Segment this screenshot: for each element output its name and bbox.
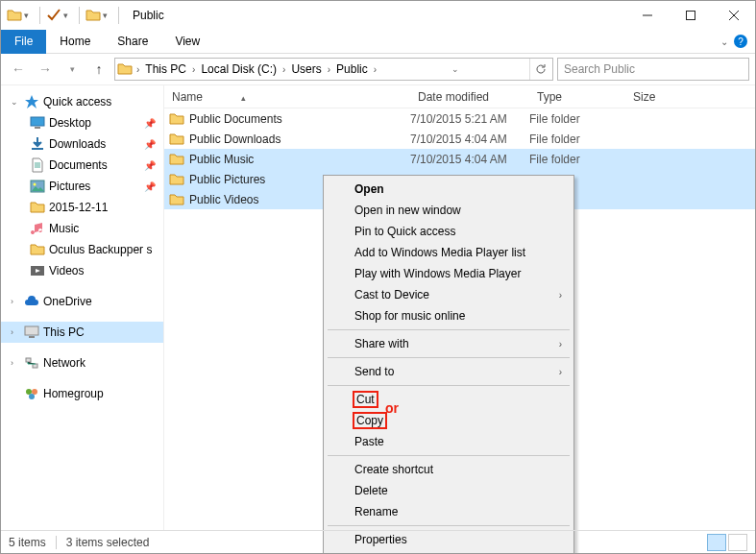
ctx-shop-music[interactable]: Shop for music online <box>326 305 572 326</box>
quick-access-toolbar: ▾ ▾ ▾ <box>7 7 123 24</box>
chevron-right-icon[interactable]: › <box>133 64 143 75</box>
share-tab[interactable]: Share <box>104 30 161 54</box>
chevron-down-icon[interactable]: ⌄ <box>11 97 20 107</box>
svg-rect-2 <box>35 127 40 129</box>
breadcrumb[interactable]: This PC <box>143 62 188 76</box>
folder-icon <box>30 243 45 256</box>
sidebar-item-videos[interactable]: Videos <box>1 260 163 281</box>
chevron-right-icon: › <box>559 339 562 349</box>
ctx-cut[interactable]: Cut <box>326 389 572 410</box>
context-menu: Open Open in new window Pin to Quick acc… <box>323 175 574 554</box>
file-row[interactable]: Public Downloads7/10/2015 4:04 AMFile fo… <box>164 129 755 149</box>
column-date[interactable]: Date modified <box>410 90 529 104</box>
chevron-right-icon[interactable]: › <box>11 358 20 368</box>
ctx-share-with[interactable]: Share with› <box>326 333 572 354</box>
ctx-rename[interactable]: Rename <box>326 501 572 522</box>
ctx-paste[interactable]: Paste <box>326 431 572 452</box>
pin-icon: 📌 <box>144 160 156 171</box>
video-icon <box>30 263 45 278</box>
chevron-right-icon[interactable]: › <box>11 327 20 337</box>
column-type[interactable]: Type <box>529 90 625 104</box>
svg-rect-8 <box>26 358 31 362</box>
onedrive-node[interactable]: ›OneDrive <box>1 291 163 312</box>
ctx-open-new-window[interactable]: Open in new window <box>326 200 572 221</box>
home-tab[interactable]: Home <box>46 30 104 54</box>
close-button[interactable] <box>712 1 755 30</box>
sidebar-item-desktop[interactable]: Desktop📌 <box>1 112 163 133</box>
ctx-delete[interactable]: Delete <box>326 480 572 501</box>
chevron-right-icon[interactable]: › <box>279 64 289 75</box>
breadcrumb[interactable]: Public <box>334 62 370 76</box>
sidebar-item[interactable]: Oculus Backupper s <box>1 239 163 260</box>
chevron-down-icon[interactable]: ▾ <box>63 11 73 20</box>
breadcrumb[interactable]: Local Disk (C:) <box>199 62 279 76</box>
sidebar-item-downloads[interactable]: Downloads📌 <box>1 133 163 155</box>
sidebar-item-label: Documents <box>49 158 108 172</box>
breadcrumb[interactable]: Users <box>289 62 323 76</box>
file-row[interactable]: Public Music7/10/2015 4:04 AMFile folder <box>164 149 755 169</box>
nav-bar: ← → ▾ ↑ › This PC › Local Disk (C:) › Us… <box>1 54 755 84</box>
ctx-pin-quick-access[interactable]: Pin to Quick access <box>326 221 572 242</box>
desktop-icon <box>30 115 45 131</box>
view-tab[interactable]: View <box>161 30 213 54</box>
status-count: 5 items <box>9 536 46 549</box>
homegroup-node[interactable]: ›Homegroup <box>1 383 163 404</box>
check-icon[interactable] <box>46 8 61 23</box>
chevron-right-icon: › <box>559 367 562 377</box>
details-view-button[interactable] <box>707 534 726 551</box>
sort-asc-icon: ▴ <box>241 93 246 103</box>
forward-button[interactable]: → <box>34 58 57 81</box>
minimize-button[interactable] <box>625 1 669 30</box>
sidebar-item-music[interactable]: Music <box>1 218 163 239</box>
up-button[interactable]: ↑ <box>87 58 110 81</box>
maximize-button[interactable] <box>669 1 712 30</box>
large-icons-view-button[interactable] <box>728 534 747 551</box>
sidebar-item-documents[interactable]: Documents📌 <box>1 155 163 176</box>
svg-point-12 <box>29 394 35 399</box>
file-date: 7/10/2015 5:21 AM <box>410 112 529 126</box>
download-icon <box>30 136 45 152</box>
chevron-right-icon[interactable]: › <box>188 64 199 75</box>
document-icon <box>30 157 45 173</box>
search-input[interactable] <box>564 62 743 76</box>
file-tab[interactable]: File <box>1 30 46 54</box>
computer-icon <box>24 325 39 340</box>
ctx-open[interactable]: Open <box>326 179 572 200</box>
column-size[interactable]: Size <box>625 90 702 104</box>
sidebar-item[interactable]: 2015-12-11 <box>1 197 163 218</box>
chevron-right-icon[interactable]: › <box>370 64 380 75</box>
ctx-create-shortcut[interactable]: Create shortcut <box>326 459 572 480</box>
network-node[interactable]: ›Network <box>1 352 163 373</box>
nav-pane: ⌄ Quick access Desktop📌 Downloads📌 Docum… <box>1 85 164 530</box>
folder-icon <box>30 201 45 214</box>
help-icon[interactable]: ? <box>734 35 747 48</box>
address-bar[interactable]: › This PC › Local Disk (C:) › Users › Pu… <box>114 58 553 81</box>
column-name[interactable]: Name▴ <box>164 90 410 104</box>
ctx-play-wmp[interactable]: Play with Windows Media Player <box>326 263 572 284</box>
sidebar-item-pictures[interactable]: Pictures📌 <box>1 176 163 197</box>
thispc-node[interactable]: ›This PC <box>1 322 163 343</box>
search-box[interactable] <box>557 58 749 81</box>
svg-point-11 <box>32 389 37 395</box>
chevron-down-icon[interactable]: ⌄ <box>720 36 728 47</box>
chevron-right-icon: › <box>559 290 562 301</box>
svg-rect-7 <box>29 336 35 338</box>
chevron-right-icon[interactable]: › <box>11 297 20 306</box>
chevron-right-icon[interactable]: › <box>324 64 334 75</box>
history-dropdown[interactable]: ⌄ <box>447 64 464 74</box>
ctx-copy[interactable]: Copy <box>326 410 572 431</box>
refresh-button[interactable] <box>529 59 550 80</box>
folder-icon <box>169 112 184 126</box>
ctx-add-wmp[interactable]: Add to Windows Media Player list <box>326 242 572 263</box>
chevron-down-icon[interactable]: ▾ <box>103 11 112 20</box>
back-button[interactable]: ← <box>7 58 30 81</box>
file-row[interactable]: Public Documents7/10/2015 5:21 AMFile fo… <box>164 108 755 129</box>
ctx-send-to[interactable]: Send to› <box>326 361 572 382</box>
network-icon <box>24 355 39 371</box>
sidebar-item-label: Music <box>49 222 79 235</box>
quick-access-node[interactable]: ⌄ Quick access <box>1 91 163 112</box>
chevron-down-icon[interactable]: ▾ <box>24 11 34 20</box>
ctx-cast[interactable]: Cast to Device› <box>326 284 572 305</box>
recent-chevron[interactable]: ▾ <box>61 58 84 81</box>
pin-icon: 📌 <box>144 139 156 150</box>
